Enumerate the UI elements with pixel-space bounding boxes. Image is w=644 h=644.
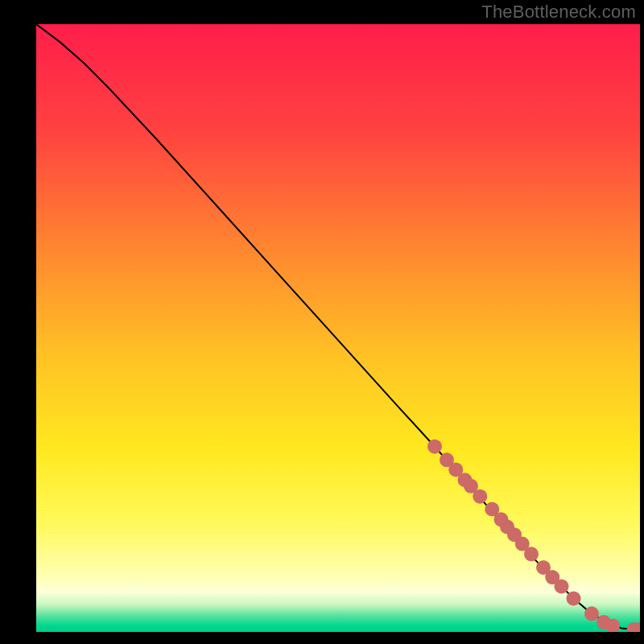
attribution-label: TheBottleneck.com	[481, 2, 636, 23]
marker-point	[524, 547, 539, 561]
marker-point	[555, 579, 569, 593]
chart-frame: TheBottleneck.com	[0, 0, 644, 644]
gradient-background	[36, 24, 640, 632]
plot-area	[36, 24, 640, 632]
marker-point	[473, 489, 487, 504]
marker-point	[567, 591, 581, 605]
marker-point	[427, 440, 442, 454]
marker-point	[584, 606, 599, 621]
chart-svg	[36, 24, 640, 632]
